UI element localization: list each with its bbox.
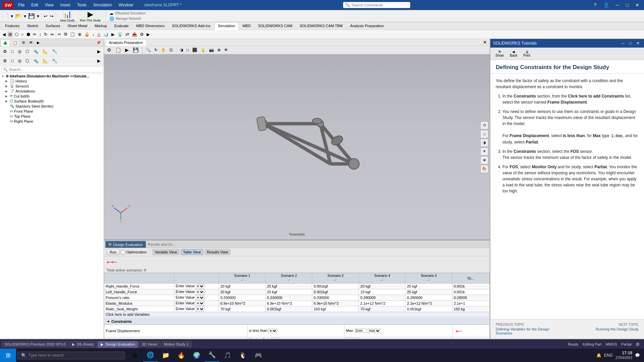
- sw-tab-design-eval[interactable]: ▶ Design Evaluation: [98, 341, 138, 348]
- icon-sketch[interactable]: ✏: [32, 31, 38, 38]
- run-study-button[interactable]: ▶ Run This Study: [78, 9, 103, 23]
- taskbar-app-solidworks[interactable]: 🔧: [205, 349, 219, 362]
- vp-hide[interactable]: 👁: [223, 47, 229, 53]
- ft2-icon7[interactable]: 🔧: [50, 57, 59, 64]
- tree-item-history[interactable]: ▶ 📋 History: [0, 78, 104, 83]
- vp-wire[interactable]: □: [185, 47, 190, 53]
- feature-tab-motion[interactable]: ▶: [35, 40, 42, 47]
- ft-icon1[interactable]: ⚙: [1, 48, 9, 55]
- vp-scene-icon[interactable]: ☀: [480, 147, 488, 156]
- cond-1-select[interactable]: ▾: [268, 328, 277, 333]
- qa-redo[interactable]: ↪: [49, 13, 54, 19]
- icon-export[interactable]: 📤: [131, 31, 138, 38]
- vp-zoom[interactable]: 🔍: [145, 47, 152, 53]
- results-view-btn[interactable]: Results View: [205, 249, 230, 255]
- vp-color-icon[interactable]: 🎨: [480, 165, 488, 173]
- search-input[interactable]: [352, 3, 405, 7]
- qa-save-dropdown[interactable]: ▾: [36, 13, 40, 19]
- qa-open[interactable]: 📂: [14, 12, 22, 20]
- icon-ref[interactable]: ⊕: [77, 31, 83, 38]
- menu-window[interactable]: Window: [116, 2, 136, 8]
- menu-edit[interactable]: Edit: [29, 2, 41, 8]
- tree-item-top-plane[interactable]: ▭ Top Plane: [0, 114, 104, 119]
- ft-icon6[interactable]: 📐: [41, 48, 50, 55]
- icon-sphere[interactable]: ○: [20, 31, 25, 38]
- tab-features[interactable]: Features: [1, 22, 23, 29]
- qa-save[interactable]: 💾: [28, 12, 36, 20]
- tutorial-max-btn[interactable]: □: [628, 41, 633, 46]
- tree-search-input[interactable]: [1, 66, 102, 72]
- qa-undo[interactable]: ↩: [43, 13, 48, 19]
- feature-tab-tree[interactable]: 🌲: [1, 40, 10, 47]
- tab-simulation[interactable]: Simulation: [214, 22, 239, 30]
- vp-axis[interactable]: ⊕: [216, 47, 222, 53]
- icon-load[interactable]: ↓: [91, 31, 96, 38]
- tab-evaluate[interactable]: Evaluate: [111, 22, 132, 29]
- tree-item-surface-bodies[interactable]: ▶ ⬡ Surface Bodies(8): [0, 99, 104, 104]
- tab-sketch[interactable]: Sketch: [23, 22, 42, 29]
- vp-tool-grid[interactable]: 📋: [114, 47, 123, 53]
- icon-dim[interactable]: ⬢: [25, 31, 31, 38]
- ft2-icon1[interactable]: ⚙: [1, 57, 9, 64]
- tab-surfaces[interactable]: Surfaces: [42, 22, 64, 29]
- manage-network-btn[interactable]: 🌐 Manage Network: [109, 16, 146, 21]
- vp-fit[interactable]: ⊡: [168, 47, 174, 53]
- tab-sheet-metal[interactable]: Sheet Metal: [64, 22, 91, 29]
- close-analysis-tab[interactable]: ✕: [482, 39, 488, 46]
- icon-sensor[interactable]: 📡: [116, 31, 124, 38]
- taskbar-clock[interactable]: 17:19 27/03/2022: [615, 350, 632, 361]
- close-btn[interactable]: ✕: [633, 2, 641, 8]
- offloaded-sim-btn[interactable]: ☁ Offloaded Simulation: [109, 11, 146, 16]
- menu-tools[interactable]: Tools: [74, 2, 89, 8]
- menu-file[interactable]: File: [15, 2, 27, 8]
- part-select-2[interactable]: Part: [346, 338, 359, 339]
- constraints-expand[interactable]: ▼: [107, 320, 110, 323]
- taskbar-lang[interactable]: ENG: [604, 353, 613, 358]
- ft-icon3[interactable]: ◎: [16, 48, 23, 55]
- ft2-icon5[interactable]: 🔩: [32, 57, 40, 64]
- taskbar-notification-icon[interactable]: 🔔: [596, 353, 601, 358]
- run-button[interactable]: Run: [107, 249, 119, 255]
- menu-insert[interactable]: Insert: [58, 2, 73, 8]
- vp-pan[interactable]: ✋: [160, 47, 167, 53]
- viewport-3d[interactable]: *Isometric ⊙ □ ◑ ☀ 👁 🎨 X Y Z: [104, 54, 490, 240]
- taskbar-app-game[interactable]: 🎮: [251, 349, 266, 362]
- tab-markup[interactable]: Markup: [91, 22, 111, 29]
- tutorial-print-btn[interactable]: 🖨 Print: [521, 49, 533, 58]
- user-icon[interactable]: 👤: [601, 2, 611, 8]
- menu-simulation[interactable]: Simulation: [91, 2, 115, 8]
- taskbar-app-edge[interactable]: 🌐: [143, 349, 158, 362]
- help-icon[interactable]: ?: [592, 2, 599, 8]
- tab-sw-addins[interactable]: SOLIDWORKS Add-Ins: [168, 22, 214, 29]
- ft-icon7[interactable]: 🔧: [50, 48, 59, 55]
- vp-tool-fly[interactable]: ▶: [123, 47, 130, 53]
- ft2-icon2[interactable]: □: [9, 57, 15, 64]
- ft2-icon3[interactable]: ◎: [16, 57, 23, 64]
- sw-status-partial[interactable]: Partial: [621, 342, 632, 346]
- max-value-1[interactable]: [355, 328, 367, 333]
- tab-mbd-dim[interactable]: MBD Dimensions: [132, 22, 168, 29]
- ft-icon4[interactable]: ⬡: [24, 48, 31, 55]
- vp-view-icon[interactable]: □: [480, 130, 488, 138]
- vp-section[interactable]: ⬛: [191, 47, 199, 53]
- feature-tab-display[interactable]: 👁: [27, 40, 35, 47]
- icon-paste[interactable]: 📋: [69, 31, 76, 38]
- taskbar-app-chrome[interactable]: 🌍: [189, 349, 204, 362]
- ft-expand[interactable]: ▶: [96, 48, 102, 55]
- vp-orient-icon[interactable]: ⊙: [480, 121, 488, 129]
- qa-open-dropdown[interactable]: ▾: [23, 13, 27, 19]
- pin-icon[interactable]: 📌: [94, 40, 103, 47]
- vp-cam[interactable]: 📷: [208, 47, 215, 53]
- prev-topic-link[interactable]: Defining Variables for the Design Scenar…: [496, 327, 556, 335]
- icon-result[interactable]: 📊: [102, 31, 110, 38]
- taskbar-app-task-view[interactable]: ⧉: [127, 349, 142, 362]
- em-type-select[interactable]: ▾: [196, 301, 205, 306]
- next-topic-link[interactable]: Running the Design Study: [596, 327, 639, 331]
- feature-tab-config[interactable]: ⚙: [20, 40, 27, 47]
- tree-item-sensors[interactable]: ▶ 📡 Sensors: [0, 83, 104, 88]
- ft-icon2[interactable]: □: [9, 48, 15, 55]
- tree-root[interactable]: ▼ ⚙ bikeframe (Simulation<As Machined> <…: [0, 74, 104, 78]
- vp-shade[interactable]: ◑: [178, 47, 184, 53]
- vp-tool-settings[interactable]: ⚙: [105, 47, 113, 53]
- ft2-expand[interactable]: ▶: [96, 57, 102, 64]
